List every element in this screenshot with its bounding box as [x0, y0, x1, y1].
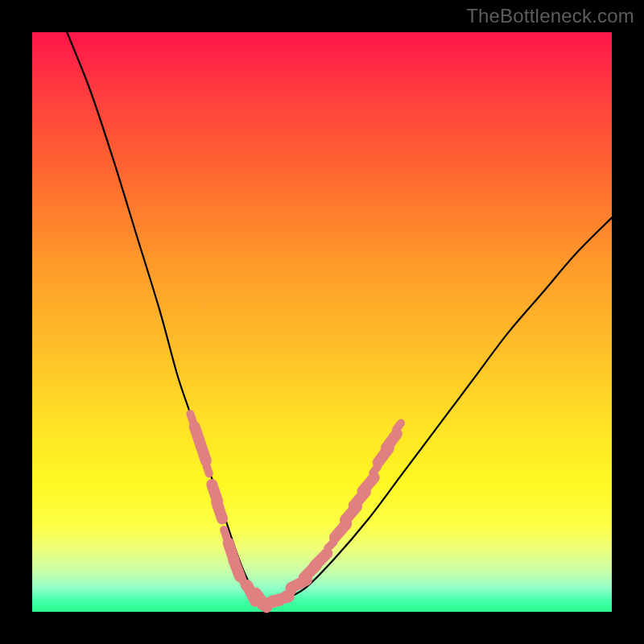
- bottleneck-curve: [67, 32, 612, 603]
- curve-marker: [362, 477, 374, 491]
- plot-area: [32, 32, 612, 612]
- curve-marker: [217, 502, 222, 519]
- curve-marker: [335, 524, 346, 538]
- curve-marker: [207, 466, 209, 473]
- curve-marker: [328, 543, 333, 548]
- curve-marker: [396, 423, 401, 430]
- curve-marker: [200, 444, 206, 461]
- curve-markers: [190, 414, 401, 607]
- curve-marker: [224, 530, 226, 537]
- curve-marker: [386, 434, 397, 448]
- curve-marker: [315, 553, 328, 566]
- watermark-text: TheBottleneck.com: [466, 5, 634, 27]
- curve-marker: [190, 414, 192, 421]
- chart-frame: TheBottleneck.com: [0, 0, 644, 644]
- curve-marker: [233, 560, 240, 577]
- chart-svg: [32, 32, 612, 612]
